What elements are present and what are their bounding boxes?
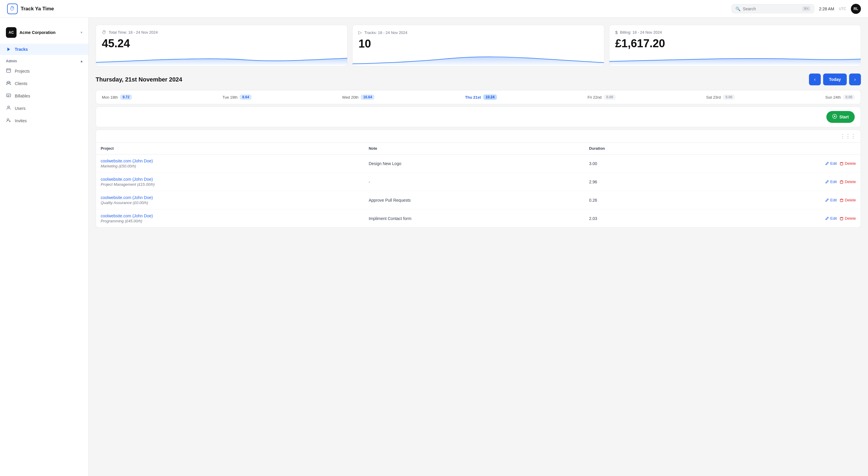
- col-project: Project: [96, 143, 364, 154]
- stats-row: ⏱ Total Time: 18 - 24 Nov 2024 45.24: [96, 25, 861, 66]
- start-label: Start: [839, 115, 849, 119]
- edit-button-0[interactable]: Edit: [825, 161, 837, 166]
- start-play-icon: [832, 114, 837, 120]
- day-tab-6[interactable]: Sun 24th 0.00: [826, 94, 855, 100]
- project-link-3[interactable]: coolwebsite.com (John Doe): [101, 213, 153, 218]
- stat-label-billing: Billing: 18 - 24 Nov 2024: [620, 30, 662, 34]
- project-link-1[interactable]: coolwebsite.com (John Doe): [101, 177, 153, 182]
- sidebar-item-projects[interactable]: Projects: [0, 65, 88, 77]
- prev-button[interactable]: ‹: [809, 73, 821, 85]
- day-label-1: Tue 19th: [223, 95, 238, 99]
- day-label-0: Mon 18th: [102, 95, 118, 99]
- stat-card-tracks: ▷ Tracks: 18 - 24 Nov 2024 10: [352, 25, 604, 66]
- day-tab-3[interactable]: Thu 21st 10.24: [465, 94, 497, 100]
- day-tab-1[interactable]: Tue 19th 8.64: [223, 94, 252, 100]
- edit-button-2[interactable]: Edit: [825, 198, 837, 202]
- cell-note-2: Approve Pull Requests: [364, 191, 585, 209]
- cell-project-1: coolwebsite.com (John Doe) Project Manag…: [96, 173, 364, 191]
- day-badge-6: 0.00: [843, 94, 855, 100]
- svg-point-11: [8, 106, 9, 108]
- stat-header-tracks: ▷ Tracks: 18 - 24 Nov 2024: [359, 30, 598, 35]
- project-link-0[interactable]: coolwebsite.com (John Doe): [101, 158, 153, 163]
- svg-point-12: [7, 119, 9, 120]
- stat-header-billing: $ Billing: 18 - 24 Nov 2024: [615, 30, 855, 35]
- day-tab-0[interactable]: Mon 18th 9.72: [102, 94, 132, 100]
- day-badge-5: 0.00: [723, 94, 735, 100]
- sidebar-item-billables[interactable]: Billables: [0, 90, 88, 102]
- col-note: Note: [364, 143, 585, 154]
- col-actions: [691, 143, 861, 154]
- stat-header-time: ⏱ Total Time: 18 - 24 Nov 2024: [102, 30, 341, 35]
- chevron-up-icon[interactable]: ▴: [81, 59, 82, 63]
- org-selector[interactable]: AC Acme Corporation ▾: [0, 24, 88, 41]
- invites-label: Invites: [15, 118, 27, 123]
- project-sub-1: Project Management (£15.00/h): [101, 182, 359, 187]
- delete-button-2[interactable]: Delete: [840, 198, 856, 202]
- date-title: Thursday, 21st November 2024: [96, 76, 182, 83]
- day-tab-4[interactable]: Fri 22nd 0.00: [588, 94, 616, 100]
- day-label-6: Sun 24th: [826, 95, 841, 99]
- delete-button-3[interactable]: Delete: [840, 216, 856, 220]
- projects-icon: [6, 68, 11, 75]
- clients-icon: [6, 80, 11, 87]
- svg-point-5: [8, 81, 9, 83]
- cell-project-3: coolwebsite.com (John Doe) Programming (…: [96, 209, 364, 228]
- svg-rect-15: [840, 163, 843, 165]
- clients-label: Clients: [15, 81, 27, 86]
- today-button[interactable]: Today: [823, 73, 847, 85]
- svg-rect-9: [7, 95, 10, 96]
- stat-value-billing: £1,617.20: [615, 37, 855, 50]
- table-row: coolwebsite.com (John Doe) Programming (…: [96, 209, 861, 228]
- search-bar[interactable]: 🔍 ⌘K: [732, 4, 814, 13]
- sidebar-item-invites[interactable]: Invites: [0, 115, 88, 127]
- edit-button-1[interactable]: Edit: [825, 180, 837, 184]
- day-tab-5[interactable]: Sat 23rd 0.00: [706, 94, 735, 100]
- delete-button-0[interactable]: Delete: [840, 161, 856, 166]
- app-logo[interactable]: ⏱ Track Ya Time: [7, 4, 54, 14]
- table-body: coolwebsite.com (John Doe) Marketing (£5…: [96, 154, 861, 228]
- svg-rect-4: [9, 68, 10, 69]
- avatar[interactable]: RL: [851, 4, 861, 14]
- dollar-icon: $: [615, 30, 618, 35]
- invites-icon: [6, 118, 11, 124]
- delete-button-1[interactable]: Delete: [840, 180, 856, 184]
- svg-point-7: [9, 82, 11, 83]
- play-icon: [6, 47, 11, 52]
- svg-rect-18: [840, 218, 843, 220]
- project-sub-3: Programming (£45.00/h): [101, 219, 359, 223]
- sidebar-item-clients[interactable]: Clients: [0, 77, 88, 90]
- projects-label: Projects: [15, 69, 30, 73]
- cell-project-0: coolwebsite.com (John Doe) Marketing (£5…: [96, 154, 364, 173]
- stat-value-time: 45.24: [102, 37, 341, 50]
- next-button[interactable]: ›: [849, 73, 861, 85]
- table-row: coolwebsite.com (John Doe) Quality Assur…: [96, 191, 861, 209]
- table-toolbar: ⋮⋮⋮: [96, 130, 861, 143]
- svg-rect-17: [840, 199, 843, 202]
- tracks-table-container: ⋮⋮⋮ Project Note Duration coolwebsite.co…: [96, 130, 861, 228]
- current-time: 2:28 AM: [819, 6, 834, 11]
- main-content: ⏱ Total Time: 18 - 24 Nov 2024 45.24: [89, 18, 868, 476]
- day-tab-2[interactable]: Wed 20th 16.64: [342, 94, 374, 100]
- stat-label-tracks: Tracks: 18 - 24 Nov 2024: [364, 30, 407, 35]
- day-badge-3: 10.24: [483, 94, 497, 100]
- edit-button-3[interactable]: Edit: [825, 216, 837, 220]
- clock-icon: ⏱: [102, 30, 106, 35]
- timezone: UTC: [839, 7, 846, 11]
- layout: AC Acme Corporation ▾ Tracks Admin ▴: [0, 18, 868, 476]
- search-input[interactable]: [743, 6, 800, 11]
- stat-label-time: Total Time: 18 - 24 Nov 2024: [108, 30, 158, 34]
- sidebar: AC Acme Corporation ▾ Tracks Admin ▴: [0, 18, 89, 476]
- sidebar-item-tracks[interactable]: Tracks: [0, 44, 88, 55]
- columns-icon[interactable]: ⋮⋮⋮: [840, 133, 856, 139]
- cell-duration-0: 3.00: [584, 154, 691, 173]
- sidebar-item-users[interactable]: Users: [0, 102, 88, 115]
- cell-duration-2: 0.26: [584, 191, 691, 209]
- start-button[interactable]: Start: [826, 111, 855, 123]
- svg-rect-3: [7, 68, 8, 69]
- topnav: ⏱ Track Ya Time 🔍 ⌘K 2:28 AM UTC RL: [0, 0, 868, 18]
- cell-actions-0: Edit Delete: [691, 154, 861, 173]
- cell-note-3: Impliment Contact form: [364, 209, 585, 228]
- day-label-4: Fri 22nd: [588, 95, 602, 99]
- project-link-2[interactable]: coolwebsite.com (John Doe): [101, 195, 153, 200]
- sidebar-item-label: Tracks: [15, 47, 28, 52]
